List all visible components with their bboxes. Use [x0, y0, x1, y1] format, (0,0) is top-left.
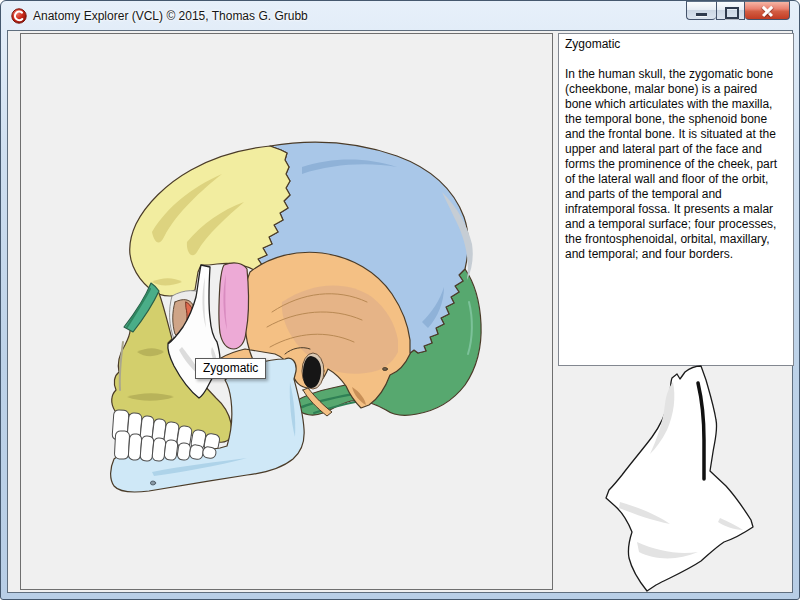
bone-preview-panel — [558, 365, 795, 592]
skull-canvas-panel[interactable] — [20, 33, 553, 590]
window-controls — [686, 1, 790, 20]
minimize-button[interactable] — [686, 1, 716, 20]
tooltip: Zygomatic — [195, 358, 266, 379]
maximize-button[interactable] — [716, 1, 745, 20]
ear-canal — [302, 353, 324, 389]
client-area: Zygomatic Zygomatic In the human skull, … — [7, 30, 793, 593]
minimize-icon — [696, 13, 707, 16]
window-title: Anatomy Explorer (VCL) © 2015, Thomas G.… — [33, 9, 308, 23]
info-text-panel[interactable]: Zygomatic In the human skull, the zygoma… — [558, 33, 794, 366]
maximize-icon — [725, 7, 739, 19]
mental-foramen — [150, 481, 155, 485]
close-icon — [761, 10, 774, 12]
close-button[interactable] — [745, 1, 790, 20]
skull-diagram[interactable] — [21, 34, 552, 589]
zygomatic-bone-preview — [606, 366, 753, 591]
app-window: Anatomy Explorer (VCL) © 2015, Thomas G.… — [0, 0, 800, 600]
bone-name-heading: Zygomatic — [565, 37, 787, 52]
bone-description: In the human skull, the zygomatic bone (… — [565, 67, 787, 262]
app-icon — [11, 8, 27, 24]
title-bar[interactable]: Anatomy Explorer (VCL) © 2015, Thomas G.… — [1, 1, 799, 30]
sphenoid-bone[interactable] — [219, 263, 249, 349]
